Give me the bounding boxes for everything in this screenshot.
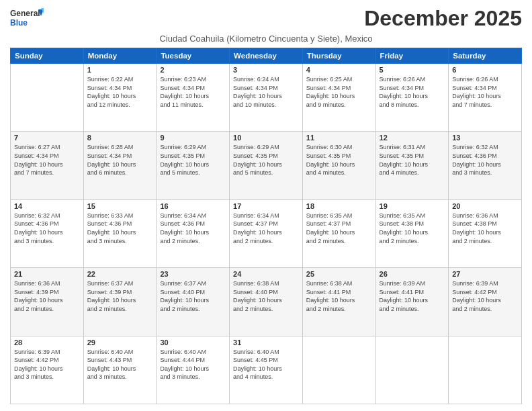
day-info: Sunrise: 6:34 AM Sunset: 4:36 PM Dayligh…: [160, 212, 226, 245]
week-row-2: 7Sunrise: 6:27 AM Sunset: 4:34 PM Daylig…: [11, 132, 522, 199]
day-number: 11: [306, 134, 372, 142]
week-row-4: 21Sunrise: 6:36 AM Sunset: 4:39 PM Dayli…: [11, 268, 522, 336]
cell-4-5: 25Sunrise: 6:38 AM Sunset: 4:41 PM Dayli…: [302, 268, 375, 336]
title-block: December 2025: [364, 7, 522, 30]
week-row-3: 14Sunrise: 6:32 AM Sunset: 4:36 PM Dayli…: [11, 199, 522, 267]
header-sunday: Sunday: [11, 48, 84, 64]
month-title: December 2025: [364, 7, 522, 30]
day-info: Sunrise: 6:37 AM Sunset: 4:40 PM Dayligh…: [160, 279, 226, 313]
day-number: 21: [14, 270, 80, 278]
cell-2-7: 13Sunrise: 6:32 AM Sunset: 4:36 PM Dayli…: [449, 132, 522, 199]
svg-text:General: General: [10, 9, 40, 18]
day-info: Sunrise: 6:26 AM Sunset: 4:34 PM Dayligh…: [380, 75, 445, 109]
day-number: 29: [87, 338, 153, 347]
day-info: Sunrise: 6:39 AM Sunset: 4:41 PM Dayligh…: [380, 279, 445, 313]
cell-3-1: 14Sunrise: 6:32 AM Sunset: 4:36 PM Dayli…: [11, 199, 84, 267]
cell-4-2: 22Sunrise: 6:37 AM Sunset: 4:39 PM Dayli…: [83, 268, 157, 336]
day-number: 1: [87, 66, 153, 74]
day-number: 2: [160, 66, 226, 74]
cell-5-7: [449, 336, 522, 404]
cell-2-5: 11Sunrise: 6:30 AM Sunset: 4:35 PM Dayli…: [302, 132, 375, 199]
day-info: Sunrise: 6:28 AM Sunset: 4:34 PM Dayligh…: [87, 143, 153, 177]
cell-2-2: 8Sunrise: 6:28 AM Sunset: 4:34 PM Daylig…: [83, 132, 157, 199]
day-number: 25: [306, 270, 372, 278]
day-info: Sunrise: 6:40 AM Sunset: 4:44 PM Dayligh…: [160, 348, 226, 381]
day-info: Sunrise: 6:29 AM Sunset: 4:35 PM Dayligh…: [233, 143, 299, 177]
day-info: Sunrise: 6:36 AM Sunset: 4:38 PM Dayligh…: [452, 212, 518, 245]
day-info: Sunrise: 6:39 AM Sunset: 4:42 PM Dayligh…: [452, 279, 518, 313]
header-friday: Friday: [375, 48, 449, 64]
day-info: Sunrise: 6:31 AM Sunset: 4:35 PM Dayligh…: [380, 143, 445, 177]
page: General Blue December 2025 Ciudad Coahui…: [0, 0, 532, 411]
header-monday: Monday: [83, 48, 157, 64]
day-info: Sunrise: 6:23 AM Sunset: 4:34 PM Dayligh…: [160, 75, 226, 109]
day-number: 27: [452, 270, 518, 278]
day-number: 28: [14, 338, 80, 347]
cell-4-6: 26Sunrise: 6:39 AM Sunset: 4:41 PM Dayli…: [375, 268, 449, 336]
day-info: Sunrise: 6:39 AM Sunset: 4:42 PM Dayligh…: [14, 348, 80, 381]
header-wednesday: Wednesday: [230, 48, 303, 64]
day-info: Sunrise: 6:30 AM Sunset: 4:35 PM Dayligh…: [306, 143, 372, 177]
header-saturday: Saturday: [449, 48, 522, 64]
day-info: Sunrise: 6:40 AM Sunset: 4:43 PM Dayligh…: [87, 348, 153, 381]
cell-2-1: 7Sunrise: 6:27 AM Sunset: 4:34 PM Daylig…: [11, 132, 84, 199]
cell-3-6: 19Sunrise: 6:35 AM Sunset: 4:38 PM Dayli…: [375, 199, 449, 267]
day-info: Sunrise: 6:24 AM Sunset: 4:34 PM Dayligh…: [233, 75, 299, 109]
cell-4-7: 27Sunrise: 6:39 AM Sunset: 4:42 PM Dayli…: [449, 268, 522, 336]
day-info: Sunrise: 6:38 AM Sunset: 4:40 PM Dayligh…: [233, 279, 299, 313]
calendar-table: SundayMondayTuesdayWednesdayThursdayFrid…: [10, 48, 522, 404]
cell-1-3: 2Sunrise: 6:23 AM Sunset: 4:34 PM Daylig…: [157, 64, 230, 132]
cell-5-5: [302, 336, 375, 404]
day-info: Sunrise: 6:40 AM Sunset: 4:45 PM Dayligh…: [233, 348, 299, 381]
cell-5-3: 30Sunrise: 6:40 AM Sunset: 4:44 PM Dayli…: [157, 336, 230, 404]
day-info: Sunrise: 6:26 AM Sunset: 4:34 PM Dayligh…: [452, 75, 518, 109]
day-number: 8: [87, 134, 153, 142]
day-info: Sunrise: 6:35 AM Sunset: 4:37 PM Dayligh…: [306, 212, 372, 245]
day-info: Sunrise: 6:36 AM Sunset: 4:39 PM Dayligh…: [14, 279, 80, 313]
day-number: 15: [87, 202, 153, 210]
week-row-1: 1Sunrise: 6:22 AM Sunset: 4:34 PM Daylig…: [11, 64, 522, 132]
cell-2-6: 12Sunrise: 6:31 AM Sunset: 4:35 PM Dayli…: [375, 132, 449, 199]
cell-3-4: 17Sunrise: 6:34 AM Sunset: 4:37 PM Dayli…: [230, 199, 303, 267]
cell-4-1: 21Sunrise: 6:36 AM Sunset: 4:39 PM Dayli…: [11, 268, 84, 336]
day-number: 4: [306, 66, 372, 74]
day-number: 3: [233, 66, 299, 74]
day-info: Sunrise: 6:34 AM Sunset: 4:37 PM Dayligh…: [233, 212, 299, 245]
day-number: 23: [160, 270, 226, 278]
day-info: Sunrise: 6:32 AM Sunset: 4:36 PM Dayligh…: [452, 143, 518, 177]
day-info: Sunrise: 6:37 AM Sunset: 4:39 PM Dayligh…: [87, 279, 153, 313]
logo: General Blue: [10, 7, 44, 31]
day-number: 17: [233, 202, 299, 210]
cell-5-4: 31Sunrise: 6:40 AM Sunset: 4:45 PM Dayli…: [230, 336, 303, 404]
cell-4-4: 24Sunrise: 6:38 AM Sunset: 4:40 PM Dayli…: [230, 268, 303, 336]
cell-2-4: 10Sunrise: 6:29 AM Sunset: 4:35 PM Dayli…: [230, 132, 303, 199]
cell-4-3: 23Sunrise: 6:37 AM Sunset: 4:40 PM Dayli…: [157, 268, 230, 336]
cell-3-7: 20Sunrise: 6:36 AM Sunset: 4:38 PM Dayli…: [449, 199, 522, 267]
day-number: 20: [452, 202, 518, 210]
day-number: 6: [452, 66, 518, 74]
day-number: 14: [14, 202, 80, 210]
day-number: 22: [87, 270, 153, 278]
cell-5-6: [375, 336, 449, 404]
cell-3-2: 15Sunrise: 6:33 AM Sunset: 4:36 PM Dayli…: [83, 199, 157, 267]
day-info: Sunrise: 6:33 AM Sunset: 4:36 PM Dayligh…: [87, 212, 153, 245]
day-number: 26: [380, 270, 445, 278]
day-number: 30: [160, 338, 226, 347]
day-info: Sunrise: 6:27 AM Sunset: 4:34 PM Dayligh…: [14, 143, 80, 177]
day-number: 16: [160, 202, 226, 210]
logo-svg: General Blue: [10, 7, 44, 31]
cell-1-7: 6Sunrise: 6:26 AM Sunset: 4:34 PM Daylig…: [449, 64, 522, 132]
day-info: Sunrise: 6:22 AM Sunset: 4:34 PM Dayligh…: [87, 75, 153, 109]
header-thursday: Thursday: [302, 48, 375, 64]
subtitle: Ciudad Coahuila (Kilometro Cincuenta y S…: [10, 34, 522, 44]
day-info: Sunrise: 6:25 AM Sunset: 4:34 PM Dayligh…: [306, 75, 372, 109]
cell-3-5: 18Sunrise: 6:35 AM Sunset: 4:37 PM Dayli…: [302, 199, 375, 267]
cell-1-6: 5Sunrise: 6:26 AM Sunset: 4:34 PM Daylig…: [375, 64, 449, 132]
cell-5-1: 28Sunrise: 6:39 AM Sunset: 4:42 PM Dayli…: [11, 336, 84, 404]
day-info: Sunrise: 6:32 AM Sunset: 4:36 PM Dayligh…: [14, 212, 80, 245]
cell-5-2: 29Sunrise: 6:40 AM Sunset: 4:43 PM Dayli…: [83, 336, 157, 404]
day-info: Sunrise: 6:35 AM Sunset: 4:38 PM Dayligh…: [380, 212, 445, 245]
cell-1-1: [11, 64, 84, 132]
day-info: Sunrise: 6:29 AM Sunset: 4:35 PM Dayligh…: [160, 143, 226, 177]
header: General Blue December 2025: [10, 7, 522, 31]
